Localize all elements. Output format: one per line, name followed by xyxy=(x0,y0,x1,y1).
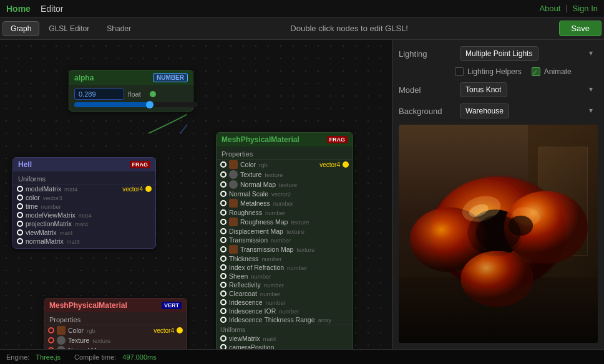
mv-color-row: Color rgb vector4 xyxy=(44,325,187,335)
lighting-select[interactable]: Multiple Point Lights Single Point Light… xyxy=(460,46,538,61)
animate-checkbox[interactable]: ✓ xyxy=(532,67,540,76)
mesh-vert-properties-label: Properties xyxy=(44,315,187,325)
svg-point-4 xyxy=(460,251,533,307)
mf-port-clearcoat xyxy=(220,290,226,297)
hell-port-normalmatrix xyxy=(17,238,23,244)
mv-port-texture xyxy=(48,337,54,343)
lighting-label: Lighting xyxy=(399,49,455,59)
mesh-frag-body: Properties Color rgb vector4 Texture tex… xyxy=(217,146,353,349)
hell-node[interactable]: Hell FRAG Uniforms modelMatrix mat4 vect… xyxy=(12,157,156,249)
mf-vector4-out: vector4 xyxy=(319,161,340,168)
animate-checkmark: ✓ xyxy=(532,69,538,76)
mesh-frag-node[interactable]: MeshPhysicalMaterial FRAG Properties Col… xyxy=(216,132,353,349)
hell-port-projmatrix xyxy=(17,221,23,227)
mf-normalmap-row: Normal Map texture xyxy=(217,180,353,189)
mf-clearcoat-row: Clearcoat number xyxy=(217,289,353,298)
mf-port-out xyxy=(343,161,349,168)
mf-transmission-label: Transmission number xyxy=(229,236,291,244)
mf-transmissionmap-label: Transmission Map texture xyxy=(240,246,314,253)
mf-metalness-row: Metalness number xyxy=(217,198,353,208)
hell-color-label: color vector3 xyxy=(26,194,62,201)
hell-color-row: color vector3 xyxy=(13,193,155,202)
hell-projmatrix-label: projectionMatrix mat4 xyxy=(26,220,88,228)
hell-time-label: time number xyxy=(26,203,61,210)
mv-normalmap-icon xyxy=(57,346,66,349)
mesh-vert-body: Properties Color rgb vector4 Texture tex… xyxy=(44,312,187,349)
mf-roughnessmap-icon xyxy=(229,218,238,226)
mf-port-iridescence-ior xyxy=(220,308,226,314)
alpha-slider[interactable] xyxy=(74,102,198,107)
toolbar: Graph GLSL Editor Shader Double click no… xyxy=(0,17,604,40)
mf-port-ior xyxy=(220,264,226,271)
alpha-value-row: float xyxy=(69,87,193,101)
alpha-value-input[interactable] xyxy=(74,89,124,100)
hell-badge: FRAG xyxy=(130,161,151,168)
mesh-vert-title: MeshPhysicalMaterial xyxy=(49,301,127,310)
graph-tab[interactable]: Graph xyxy=(2,21,39,36)
mf-metalness-label: Metalness number xyxy=(240,199,293,207)
lighting-helpers-checkbox[interactable] xyxy=(455,67,464,76)
hell-viewmatrix-label: viewMatrix mat4 xyxy=(26,229,73,236)
mesh-vert-node[interactable]: MeshPhysicalMaterial VERT Properties Col… xyxy=(44,298,187,349)
mf-transmap-icon xyxy=(229,245,238,254)
mv-texture-row: Texture texture xyxy=(44,335,187,345)
mf-iridescence-range-row: Iridescence Thickness Range array xyxy=(217,315,353,324)
background-row: Background Warehouse Studio Outdoor None xyxy=(399,103,598,118)
mf-iridescence-row: Iridescence number xyxy=(217,298,353,307)
mv-vector4-label: vector4 xyxy=(153,327,174,334)
mf-thickness-label: Thickness number xyxy=(229,255,281,262)
hell-node-header: Hell FRAG xyxy=(13,158,155,171)
model-label: Model xyxy=(399,85,455,95)
mv-texture-icon xyxy=(57,336,66,345)
mf-ior-label: Index of Refraction number xyxy=(229,264,307,271)
alpha-node-body: float xyxy=(69,85,193,111)
mf-port-dispmap xyxy=(220,228,226,234)
signin-link[interactable]: Sign In xyxy=(573,4,598,13)
model-select[interactable]: Torus Knot Sphere Box Plane xyxy=(460,82,507,97)
home-link[interactable]: Home xyxy=(6,4,31,14)
mf-reflectivity-row: Reflectivity number xyxy=(217,280,353,289)
save-button[interactable]: Save xyxy=(559,21,602,36)
mf-uniforms-header: Uniforms xyxy=(217,324,353,334)
mf-clearcoat-label: Clearcoat number xyxy=(229,290,280,297)
shader-tab[interactable]: Shader xyxy=(99,21,139,36)
mf-port-thickness xyxy=(220,256,226,262)
preview-area[interactable] xyxy=(399,125,598,343)
main: alpha NUMBER float Hell FRAG Un xyxy=(0,40,604,349)
mf-iridescence-label: Iridescence number xyxy=(229,299,286,306)
glsl-editor-tab[interactable]: GLSL Editor xyxy=(41,21,97,36)
mf-port-viewmatrix xyxy=(220,335,226,342)
engine-label: Engine: xyxy=(6,353,29,361)
mf-normalmap-label: Normal Map texture xyxy=(240,181,297,188)
hell-modelviewmatrix-label: modelViewMatrix mat4 xyxy=(26,211,92,219)
hell-node-body: Uniforms modelMatrix mat4 vector4 color … xyxy=(13,171,155,248)
mv-normalmap-row: Normal Map texture xyxy=(44,345,187,349)
mf-roughnessmap-label: Roughness Map texture xyxy=(240,218,309,226)
mf-sheen-label: Sheen number xyxy=(229,272,271,280)
mf-transmission-row: Transmission number xyxy=(217,236,353,244)
alpha-node[interactable]: alpha NUMBER float xyxy=(69,70,193,112)
mf-color-label: Color rgb xyxy=(240,161,268,168)
alpha-node-title: alpha xyxy=(74,74,94,82)
mf-sheen-row: Sheen number xyxy=(217,272,353,280)
hell-uniforms-label: Uniforms xyxy=(13,174,155,184)
about-link[interactable]: About xyxy=(539,4,560,13)
alpha-float-label: float xyxy=(128,90,141,98)
mf-port-transmissionmap xyxy=(220,246,226,252)
mf-normalscale-label: Normal Scale vector2 xyxy=(229,190,291,198)
mf-port-texture xyxy=(220,171,226,178)
animate-label: Animate xyxy=(544,67,572,76)
hell-uniform-row: modelMatrix mat4 vector4 xyxy=(13,184,155,193)
mv-port-normalmap xyxy=(48,347,54,349)
editor-link: Editor xyxy=(41,4,64,14)
hell-modelviewmatrix-row: modelViewMatrix mat4 xyxy=(13,211,155,219)
mv-texture-label: Texture texture xyxy=(68,337,110,344)
mf-port-roughness xyxy=(220,209,226,216)
graph-area[interactable]: alpha NUMBER float Hell FRAG Un xyxy=(0,40,392,349)
mf-roughnessmap-row: Roughness Map texture xyxy=(217,217,353,227)
hell-viewmatrix-row: viewMatrix mat4 xyxy=(13,228,155,237)
hell-vector4-label: vector4 xyxy=(122,186,143,193)
alpha-slider-thumb[interactable] xyxy=(146,101,153,108)
background-select[interactable]: Warehouse Studio Outdoor None xyxy=(460,103,509,118)
top-nav: Home Editor About | Sign In xyxy=(0,0,604,17)
